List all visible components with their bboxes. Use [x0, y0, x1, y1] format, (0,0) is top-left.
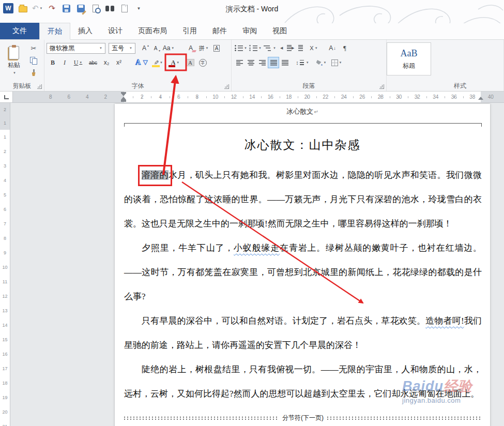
section-break-dots	[124, 417, 279, 420]
customize-qat-icon[interactable]: ▼	[134, 3, 144, 14]
text-effects-button[interactable]: A▼	[134, 57, 150, 68]
selected-text[interactable]: 溶溶的	[142, 170, 169, 180]
ribbon-tab[interactable]: 文件	[0, 23, 39, 39]
word-logo-icon[interactable]: W	[3, 3, 13, 14]
cut-button[interactable]: ✂	[28, 42, 39, 54]
ruler-number: 2	[97, 92, 115, 103]
italic-button[interactable]: I	[59, 57, 70, 68]
font-color-button[interactable]: A▼	[166, 57, 184, 68]
ribbon-tab[interactable]: 插入	[70, 23, 100, 39]
shrink-font-button[interactable]: A	[150, 42, 161, 54]
clear-formatting-button[interactable]: A	[185, 42, 196, 54]
align-right-icon	[259, 60, 266, 66]
ribbon-tab[interactable]: 视图	[265, 23, 295, 39]
show-marks-button[interactable]: ¶	[339, 42, 350, 54]
align-right-button[interactable]	[256, 57, 268, 68]
ribbon-tab[interactable]: 开始	[39, 23, 70, 40]
ribbon-tab[interactable]: 审阅	[235, 23, 265, 39]
ribbon-tab[interactable]: 引用	[175, 23, 205, 39]
sort-button[interactable]: A	[326, 42, 339, 54]
align-left-icon	[236, 60, 243, 66]
line-spacing-button[interactable]: ↕▼	[295, 57, 310, 68]
distribute-button[interactable]	[279, 57, 291, 68]
document-body[interactable]: 溶溶的水月，矶头上只有她和我。树影里对面水边，隐隐的听见水声和笑语。我们微微的谈…	[124, 163, 482, 426]
numbering-button[interactable]: ▼	[248, 42, 263, 54]
open-icon[interactable]	[18, 3, 28, 14]
tab-selector[interactable]	[0, 92, 13, 103]
format-painter-button[interactable]	[28, 67, 39, 79]
increase-indent-button[interactable]: ▶	[292, 45, 303, 51]
ruler-number: 6	[0, 202, 10, 217]
font-size-combo[interactable]: 五号	[109, 43, 135, 54]
align-center-button[interactable]	[245, 57, 256, 68]
dialog-launcher-icon[interactable]	[224, 84, 229, 89]
grow-font-button[interactable]: A	[139, 42, 150, 54]
enclose-characters-button[interactable]: 字	[196, 57, 209, 68]
font-name-combo[interactable]: 微软雅黑	[47, 43, 105, 54]
subscript-button[interactable]: x₂	[100, 57, 113, 68]
document-title[interactable]: 冰心散文：山中杂感	[115, 137, 490, 153]
asian-layout-button[interactable]: X▼	[306, 42, 322, 54]
borders-button[interactable]: ▼	[329, 57, 344, 68]
paragraph-3[interactable]: 只有早晨的深谷中，可以和自然对语。计划定了，岩石点头，草花欢笑。造物者呵!我们星…	[124, 309, 482, 357]
underline-button[interactable]: U▼	[70, 57, 86, 68]
clipboard-group: 粘贴 ▼ ✂ 剪贴板	[0, 40, 44, 91]
ribbon-tab[interactable]: 邮件	[205, 23, 235, 39]
page-header[interactable]: 冰心散文↵	[115, 107, 490, 116]
spellcheck-flagged-text[interactable]: 小蚁般缘走	[234, 243, 280, 253]
find-icon[interactable]	[105, 3, 115, 14]
character-border-button[interactable]: A	[211, 42, 222, 54]
document-page[interactable]: 冰心散文↵ 冰心散文：山中杂感 溶溶的水月，矶头上只有她和我。树影里对面水边，隐…	[115, 104, 490, 426]
multilevel-list-button[interactable]: ▼	[263, 42, 277, 54]
text-highlight-button[interactable]: ✎▼	[150, 57, 166, 68]
character-shading-button[interactable]: A	[184, 57, 196, 68]
shading-button[interactable]: ▼	[313, 57, 329, 68]
borders-grid-icon	[331, 59, 338, 66]
ruler-number: 5	[0, 188, 10, 202]
paragraph-2[interactable]: 夕照里，牛羊下山了，小蚁般缘走在青岩上。绿树丛颠的嫩黄叶子，也衬在红墙边。——这…	[124, 236, 482, 309]
ruler-number: 24	[335, 92, 354, 103]
paste-button[interactable]: 粘贴 ▼	[2, 42, 26, 78]
change-case-button[interactable]: Aa▼	[161, 42, 176, 54]
scissors-icon: ✂	[31, 44, 37, 52]
font-group: 微软雅黑 五号 A A Aa▼ A 拼▼ A B I U▼ abc x₂ x² …	[44, 40, 232, 91]
ribbon-tab[interactable]: 设计	[100, 23, 130, 39]
phonetic-guide-button[interactable]: 拼▼	[196, 42, 211, 54]
bullets-button[interactable]: ▼	[234, 42, 248, 54]
new-document-icon[interactable]	[119, 3, 130, 14]
ribbon-tab[interactable]: 页面布局	[130, 23, 175, 39]
indent-lines-icon	[287, 45, 292, 51]
dialog-launcher-icon[interactable]	[379, 84, 384, 89]
left-indent-marker[interactable]	[121, 100, 126, 102]
print-preview-icon[interactable]	[90, 3, 101, 14]
undo-icon[interactable]: ▼	[32, 3, 43, 14]
first-line-indent-marker[interactable]	[121, 93, 126, 96]
justify-button[interactable]	[268, 57, 279, 68]
ruler-number: 30	[390, 92, 408, 103]
right-indent-marker[interactable]	[478, 97, 483, 100]
decrease-indent-button[interactable]: ◀	[280, 45, 292, 51]
indent-lines-icon	[298, 45, 303, 51]
save-as-icon[interactable]	[76, 3, 86, 14]
numbering-icon	[249, 45, 257, 51]
dialog-launcher-icon[interactable]	[37, 84, 42, 89]
paragraph-4[interactable]: 陡绝的岩上，树根盘结里，只有我俯视一切。——无限的宇宙里，人和物质的山，水，远村…	[124, 357, 482, 406]
ruler-number: 3	[0, 159, 10, 173]
redo-icon[interactable]	[47, 3, 57, 14]
spellcheck-flagged-text[interactable]: 造物者呵!	[425, 316, 464, 326]
save-icon[interactable]	[62, 3, 72, 14]
header-boundary-line	[124, 123, 482, 124]
paragraph-1[interactable]: 溶溶的水月，矶头上只有她和我。树影里对面水边，隐隐的听见水声和笑语。我们微微的谈…	[124, 163, 482, 236]
document-canvas: 冰心散文↵ 冰心散文：山中杂感 溶溶的水月，矶头上只有她和我。树影里对面水边，隐…	[10, 103, 504, 426]
align-left-button[interactable]	[234, 57, 245, 68]
ruler-number: 8	[41, 92, 60, 103]
strikethrough-button[interactable]: abc	[86, 57, 100, 68]
ruler-number: 10	[206, 92, 225, 103]
copy-button[interactable]	[28, 55, 39, 66]
superscript-button[interactable]: x²	[113, 57, 125, 68]
horizontal-ruler[interactable]: 8642 24681012141618202224262830323436384…	[13, 92, 504, 103]
bold-button[interactable]: B	[47, 57, 59, 68]
style-card[interactable]: AaB 标题	[387, 42, 431, 75]
vertical-ruler[interactable]: 21 123456789101112131415161718192021	[0, 103, 10, 426]
ruler-number: 18	[0, 376, 10, 390]
